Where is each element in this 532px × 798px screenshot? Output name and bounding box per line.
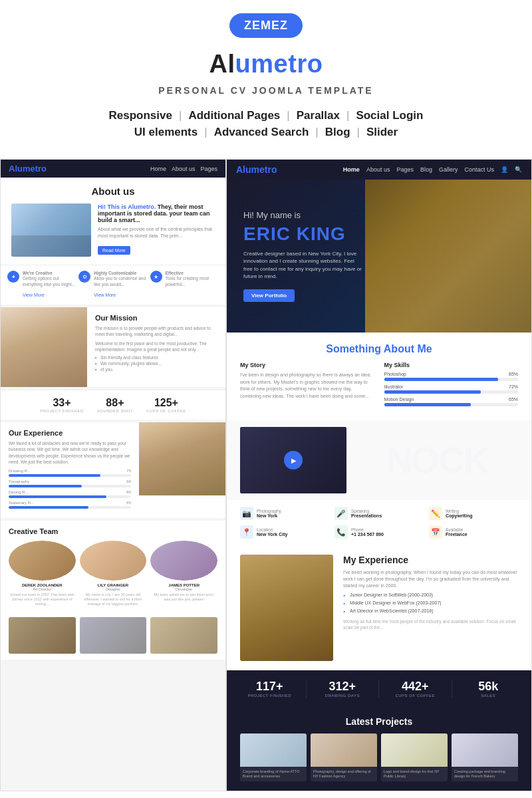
calendar-value: Freelance — [446, 532, 467, 537]
location-value: New York City — [257, 532, 287, 537]
customizable-text: Highly Customizable Allow you to condens… — [94, 271, 147, 299]
projects-grid: Corporate branding of Alpine ATTO Brand … — [240, 733, 518, 781]
mission-list: Sin-friendly and class features We commu… — [95, 355, 217, 372]
exp-title-left: Our Experience — [9, 429, 131, 437]
feature-advanced-search: Advanced Search — [207, 126, 316, 139]
proj-caption-2: Photography, design and offering of NY F… — [311, 767, 377, 781]
view-portfolio-button[interactable]: View Portfolio — [243, 289, 295, 302]
read-more-button[interactable]: Read More — [98, 246, 130, 255]
about-heading: Hi! This is Alumetro. They, their most i… — [98, 203, 215, 223]
team-member-2: LILY GRAINGER Designer My name is Lily, … — [80, 541, 147, 606]
product-subtitle: PERSONAL CV JOOMLA TEMPLATE — [158, 85, 373, 96]
skill-design-val: 80 — [126, 490, 131, 494]
exp-job-1: Junior Designer in SoftWeb (2000-2003) — [343, 593, 518, 597]
team-member-5 — [80, 617, 147, 656]
skill-drawing-bar — [9, 474, 100, 477]
exp-image-left — [139, 422, 225, 495]
customizable-desc: Allow you to condense and like you would… — [94, 276, 147, 287]
mic-icon: 🎤 — [334, 507, 348, 520]
project-1[interactable]: Corporate branding of Alpine ATTO Brand … — [240, 733, 307, 781]
illustrator-val: 72% — [509, 384, 518, 389]
project-2[interactable]: Photography, design and offering of NY F… — [311, 733, 377, 781]
right-nav-pages[interactable]: Pages — [396, 166, 414, 173]
right-nav-contact[interactable]: Contact Us — [464, 166, 494, 173]
left-nav-home[interactable]: Home — [150, 166, 166, 172]
exp-photo — [240, 555, 333, 661]
avatar-1 — [9, 541, 76, 581]
my-skills: My Skills Photoshop 85% Illustrator 72% — [384, 362, 519, 410]
team-section: Creative Team DEREK ZOOLANDER Art Direct… — [1, 521, 225, 613]
right-nav-gallery[interactable]: Gallery — [439, 166, 458, 173]
exp-photo-inner — [240, 555, 333, 661]
feature-boxes: ✦ We're Creative Getting options out eve… — [1, 265, 225, 305]
team-grid: DEREK ZOOLANDER Art Director Joined our … — [9, 541, 217, 606]
zemez-logo[interactable]: ZEMEZ — [229, 13, 303, 38]
right-nav-about[interactable]: About us — [366, 166, 390, 173]
about-me-section: Something About Me My Story I've been in… — [227, 332, 531, 420]
left-nav-pages[interactable]: Pages — [200, 166, 217, 172]
member2-role: Designer — [80, 587, 147, 591]
proj-caption-1: Corporate branding of Alpine ATTO Brand … — [240, 767, 307, 781]
project-4[interactable]: Creating package and branding design for… — [452, 733, 518, 781]
feature-slider: Slider — [360, 126, 404, 139]
about-content: Hi! This is Alumetro. They, their most i… — [11, 203, 215, 257]
stat-r-drawing-label: DRAWING DAYS — [307, 694, 379, 698]
stat-coffee-label: CUPS OF COFFEE — [146, 409, 186, 413]
creative-desc: Getting options out everything else you … — [23, 276, 76, 287]
right-nav-home[interactable]: Home — [343, 166, 360, 173]
motion-bar — [384, 403, 471, 406]
customizable-link[interactable]: View More — [94, 293, 116, 297]
header: ZEMEZ Alumetro PERSONAL CV JOOMLA TEMPLA… — [0, 0, 532, 159]
about-text: Hi! This is Alumetro. They, their most i… — [98, 203, 215, 257]
proj-thumb-2 — [311, 733, 377, 767]
phone-value: +1 234 567 890 — [351, 532, 384, 537]
calendar-label: Available — [446, 527, 467, 532]
experience-section-left: Our Experience We faced a lot of obstacl… — [1, 422, 225, 517]
contact-camera: 📷 Photography New York — [240, 507, 329, 520]
proj-caption-4: Creating package and branding design for… — [452, 767, 518, 781]
skill-stationary-bar — [9, 506, 88, 509]
right-nav: Alumetro Home About us Pages Blog Galler… — [227, 160, 531, 180]
right-nav-search-icon[interactable]: 🔍 — [515, 166, 522, 173]
stat-r-project: 117+ PROJECT FINISHED — [233, 680, 307, 698]
left-nav-about[interactable]: About us — [172, 166, 196, 172]
feature-blog: Blog — [319, 126, 357, 139]
right-nav-user-icon[interactable]: 👤 — [501, 166, 508, 173]
video-watermark-area: NOCK — [356, 427, 518, 493]
story-text: I've been in design and photography so t… — [240, 372, 374, 400]
avatar-5 — [80, 617, 147, 654]
stat-project: 33+ PROJECT FINISHED — [40, 397, 84, 413]
play-button[interactable] — [284, 451, 303, 469]
feature-parallax: Parallax — [290, 109, 346, 122]
skill-stationary: Stationary R... 65 — [9, 501, 131, 509]
hero-content: Hi! My name is ERIC KING Creative design… — [227, 190, 380, 322]
features-row-1: Responsive | Additional Pages | Parallax… — [102, 109, 430, 122]
stat-r-sales-label: SALES — [452, 694, 525, 698]
video-thumbnail[interactable] — [240, 427, 346, 493]
skill-drawing: Drawing R... 75 — [9, 469, 131, 477]
feature-box-effective: ★ Effective Tools for creating most powe… — [150, 271, 219, 299]
left-stats-row: 33+ PROJECT FINISHED 88+ SOUNDED SHOT 12… — [1, 390, 225, 420]
contact-location: 📍 Location New York City — [240, 525, 329, 539]
my-experience-section: My Experience I've been working in photo… — [227, 545, 531, 670]
proj-desc-3: Logo and brand design for first NY Publi… — [384, 769, 445, 779]
creative-link[interactable]: View More — [23, 293, 45, 297]
pen-label: Writing — [446, 509, 472, 513]
stat-coffee-num: 125+ — [146, 397, 186, 409]
right-nav-blog[interactable]: Blog — [420, 166, 432, 173]
feature-box-customizable: ⚙ Highly Customizable Allow you to conde… — [78, 271, 147, 299]
skill-typography-val: 60 — [126, 479, 131, 483]
effective-text: Effective Tools for creating most powerf… — [166, 271, 219, 287]
exp-text-left: Our Experience We faced a lot of obstacl… — [1, 422, 139, 517]
skill-design-label: Desing R... — [9, 490, 29, 494]
creative-title: We're Creative — [23, 271, 76, 276]
motion-val: 65% — [509, 397, 518, 402]
about-img-inner — [11, 203, 91, 257]
team-member-3: JAMES POTTER Developer My team asked me … — [150, 541, 217, 606]
right-nav-links: Home About us Pages Blog Gallery Contact… — [343, 166, 522, 173]
hero-section: Hi! My name is ERIC KING Creative design… — [227, 180, 531, 332]
member1-role: Art Director — [9, 587, 76, 591]
project-3[interactable]: Logo and brand design for first NY Publi… — [381, 733, 448, 781]
right-panel: Alumetro Home About us Pages Blog Galler… — [226, 159, 532, 791]
latest-projects: Latest Projects Corporate branding of Al… — [227, 707, 531, 791]
